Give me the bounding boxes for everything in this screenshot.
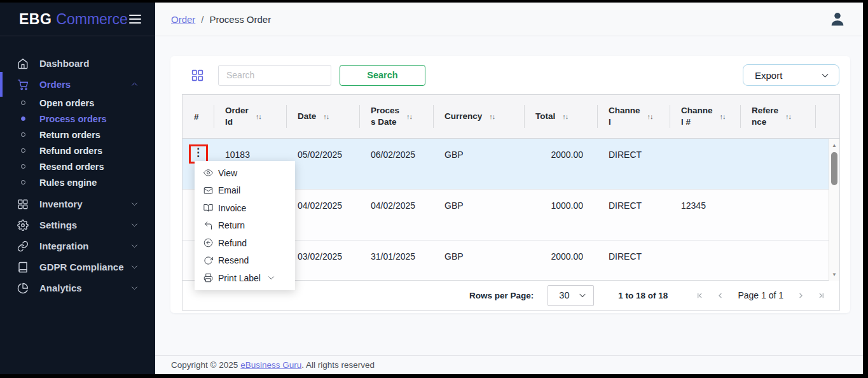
hamburger-menu-icon[interactable] <box>129 15 141 24</box>
column-header-channel[interactable]: Channe l↑↓ <box>597 95 670 138</box>
table-toolbar: Search Export <box>170 56 850 94</box>
last-page-icon[interactable] <box>816 291 825 300</box>
menu-item-print-label[interactable]: Print Label <box>195 269 295 287</box>
next-page-icon[interactable] <box>796 291 806 300</box>
chevron-down-icon <box>130 242 139 250</box>
gear-icon <box>17 219 29 231</box>
chevron-up-icon <box>130 80 139 88</box>
cell-channel-no <box>670 241 740 280</box>
column-header-reference[interactable]: Refere nce↑↓ <box>740 95 815 138</box>
sidebar-item-return-orders[interactable]: Return orders <box>0 127 155 143</box>
sidebar-item-label: Rules engine <box>39 178 97 188</box>
column-header-currency[interactable]: Currency↑↓ <box>433 95 524 138</box>
column-header-total[interactable]: Total↑↓ <box>524 95 597 138</box>
search-button[interactable]: Search <box>340 65 425 86</box>
app-window: EBG Commerce Dashboard Orders Open order… <box>0 3 863 374</box>
breadcrumb-current: Process Order <box>210 14 272 25</box>
grid-view-icon[interactable] <box>191 69 204 82</box>
brand-name-light: Commerce <box>56 11 127 28</box>
menu-item-view[interactable]: View <box>195 164 295 182</box>
page-size-select[interactable]: 30 <box>548 285 594 306</box>
home-icon <box>17 57 29 69</box>
sidebar-item-integration[interactable]: Integration <box>0 235 155 256</box>
scroll-up-icon[interactable]: ▲ <box>829 143 839 148</box>
bullet-icon <box>21 132 25 137</box>
sidebar-item-label: Dashboard <box>39 58 89 69</box>
ebusiness-guru-link[interactable]: eBusiness Guru <box>240 360 301 370</box>
column-header-channel-no[interactable]: Channe l #↑↓ <box>670 95 740 138</box>
sidebar-item-label: Analytics <box>39 283 82 293</box>
sidebar-item-analytics[interactable]: Analytics <box>0 277 155 298</box>
sidebar-nav: Dashboard Orders Open orders Process ord… <box>0 36 155 298</box>
sidebar-item-gdpr-compliance[interactable]: GDPR Compliance <box>0 256 155 277</box>
sidebar-item-resend-orders[interactable]: Resend orders <box>0 158 155 174</box>
cell-process-date: 04/02/2025 <box>359 190 433 240</box>
export-dropdown[interactable]: Export <box>743 64 839 86</box>
page-indicator: Page 1 of 1 <box>738 290 783 300</box>
refund-circle-icon <box>203 238 213 248</box>
breadcrumb-order-link[interactable]: Order <box>171 14 195 25</box>
main-area: Order / Process Order Search Export <box>155 3 863 374</box>
column-header-date[interactable]: Date↑↓ <box>286 95 359 138</box>
column-header-order-id[interactable]: Order Id↑↓ <box>214 95 286 138</box>
cell-reference <box>740 190 815 240</box>
first-page-icon[interactable] <box>696 291 705 300</box>
sidebar-item-inventory[interactable]: Inventory <box>0 193 155 214</box>
menu-item-refund[interactable]: Refund <box>195 234 295 252</box>
sidebar-item-refund-orders[interactable]: Refund orders <box>0 143 155 158</box>
sidebar-item-rules-engine[interactable]: Rules engine <box>0 174 155 190</box>
search-input[interactable] <box>218 65 331 86</box>
row-actions-kebab-icon[interactable]: ⋮ <box>189 143 208 162</box>
cell-channel-no: 12345 <box>670 190 740 240</box>
sidebar-item-open-orders[interactable]: Open orders <box>0 95 155 111</box>
sidebar-item-process-orders[interactable]: Process orders <box>0 111 155 127</box>
copyright-text: Copyright © 2025 <box>171 360 238 370</box>
table-header-row: # Order Id↑↓ Date↑↓ Proces s Date↑↓ Curr… <box>183 95 839 139</box>
page-navigation: Page 1 of 1 <box>696 290 825 300</box>
previous-page-icon[interactable] <box>715 291 725 300</box>
rows-per-page-label: Rows per Page: <box>469 291 534 300</box>
menu-item-email[interactable]: Email <box>195 182 295 200</box>
sidebar-item-label: Resend orders <box>39 162 104 172</box>
sort-icon: ↑↓ <box>647 113 653 120</box>
topbar: Order / Process Order <box>155 3 863 36</box>
printer-icon <box>203 273 213 283</box>
cell-currency: GBP <box>433 139 524 189</box>
column-header-process-date[interactable]: Proces s Date↑↓ <box>359 95 433 138</box>
bullet-icon <box>21 101 25 105</box>
range-text: 1 to 18 of 18 <box>618 291 668 300</box>
chevron-down-icon <box>130 284 139 292</box>
chevron-down-icon <box>267 274 275 282</box>
menu-item-invoice[interactable]: Invoice <box>195 199 295 217</box>
sidebar-item-label: Refund orders <box>39 146 102 156</box>
cell-process-date: 06/02/2025 <box>359 139 433 189</box>
scroll-down-icon[interactable]: ▼ <box>829 272 839 277</box>
user-profile-icon[interactable] <box>829 11 846 27</box>
grid-icon <box>17 198 29 210</box>
column-header-filler <box>815 95 839 138</box>
content-area: Search Export # Order Id↑↓ Date↑↓ Proces… <box>155 36 863 355</box>
sidebar-item-orders[interactable]: Orders <box>0 74 155 95</box>
envelope-icon <box>203 186 213 195</box>
sidebar-item-label: GDPR Compliance <box>39 262 124 272</box>
chevron-down-icon <box>578 291 587 300</box>
cell-currency: GBP <box>433 241 524 280</box>
menu-item-return[interactable]: Return <box>195 217 295 235</box>
cell-total: 2000.00 <box>524 241 597 280</box>
sidebar-item-settings[interactable]: Settings <box>0 214 155 235</box>
cell-total: 2000.00 <box>524 139 597 189</box>
orders-card: Search Export # Order Id↑↓ Date↑↓ Proces… <box>170 56 850 313</box>
menu-item-label: Refund <box>218 238 247 248</box>
chevron-down-icon <box>820 71 830 80</box>
sidebar-item-dashboard[interactable]: Dashboard <box>0 53 155 74</box>
cell-currency: GBP <box>433 190 524 240</box>
scrollbar-thumb[interactable] <box>831 152 837 185</box>
menu-item-label: Return <box>218 220 245 230</box>
bullet-icon <box>21 116 25 121</box>
cell-reference <box>740 241 815 280</box>
logo-row: EBG Commerce <box>0 3 155 36</box>
menu-item-label: Resend <box>218 255 249 265</box>
menu-item-resend[interactable]: Resend <box>195 252 295 270</box>
table-scrollbar[interactable]: ▲ ▼ <box>829 139 839 281</box>
sidebar-item-label: Open orders <box>39 98 94 108</box>
